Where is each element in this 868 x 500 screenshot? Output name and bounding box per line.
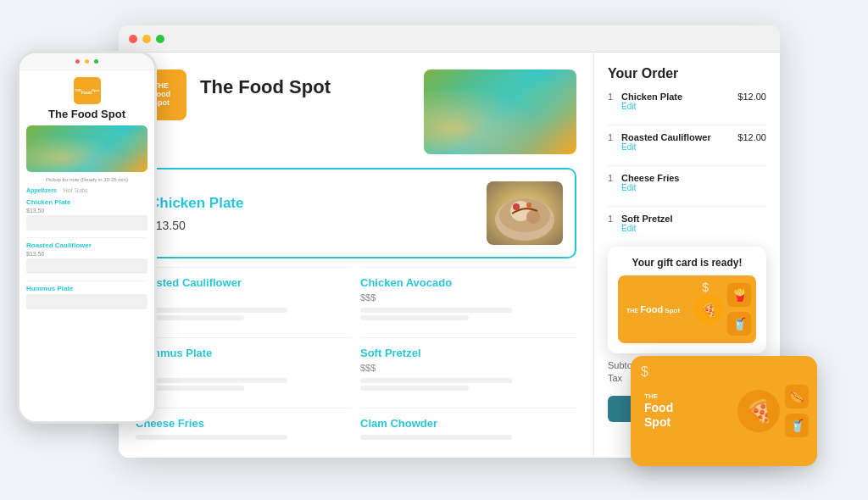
menu-section: Chicken Plate $13.50 <box>136 168 576 448</box>
order-item-1: 1 Chicken Plate Edit $12.00 <box>608 92 766 111</box>
phone-dot-yellow <box>85 59 89 64</box>
phone-menu-item-3: Hummus Plate <box>26 285 147 309</box>
featured-item[interactable]: Chicken Plate $13.50 <box>136 168 576 258</box>
phone-tab-appetizers[interactable]: Appetizers <box>26 187 57 193</box>
menu-item-bar-2 <box>360 308 512 313</box>
phone-item-name-2: Roasted Cauliflower <box>26 242 147 249</box>
phone-item-image-1 <box>26 215 147 231</box>
gift-card-floating: $ THE Food Spot 🍕 🌭 🥤 <box>631 356 817 466</box>
phone-menu-item-2: Roasted Cauliflower $13.50 <box>26 242 147 274</box>
menu-item-bar-1 <box>136 308 287 313</box>
hero-image <box>424 69 576 154</box>
menu-item-price-1: $$$ <box>136 292 352 303</box>
phone-hero-image <box>26 125 147 172</box>
order-edit-4[interactable]: Edit <box>621 224 766 233</box>
menu-item-bar-5 <box>136 435 287 440</box>
order-item-details-3: Cheese Fries Edit <box>621 173 766 192</box>
pizza-icon: 🍕 <box>693 294 724 325</box>
menu-item-bar2-4 <box>360 386 469 391</box>
phone-tab-hot-subs[interactable]: Hot Subs <box>64 187 88 193</box>
gc-dollar-icon: $ <box>641 364 648 380</box>
menu-item-price-4: $$$ <box>360 363 576 373</box>
menu-item-price-3: $$$ <box>136 363 352 373</box>
phone-body: THEFoodSpot The Food Spot Pickup for now… <box>19 70 154 421</box>
phone-item-image-3 <box>26 294 147 309</box>
phone-item-name-3: Hummus Plate <box>26 285 147 292</box>
gift-card-visual: $ THE Food Spot 🍕 🍟 🥤 <box>618 275 756 343</box>
drink-icon: 🥤 <box>727 312 751 336</box>
featured-item-image <box>487 181 563 245</box>
browser-dot-yellow <box>142 35 151 43</box>
menu-item-clam-chowder[interactable]: Clam Chowder <box>360 408 576 448</box>
phone-restaurant-name: The Food Spot <box>26 108 147 120</box>
order-qty-2: 1 <box>608 132 618 142</box>
order-item-name-3: Cheese Fries <box>621 173 766 183</box>
order-qty-4: 1 <box>608 214 618 224</box>
menu-item-hummus-plate[interactable]: Hummus Plate $$$ <box>136 337 352 399</box>
phone-pickup-text: Pickup for now (Ready in 20-25 min) <box>26 177 147 182</box>
menu-item-name-1: Roasted Cauliflower <box>136 276 352 289</box>
order-qty-3: 1 <box>608 173 618 183</box>
gift-card-popup: Your gift card is ready! $ THE Food Spot… <box>608 247 766 353</box>
tax-label: Tax <box>608 373 622 383</box>
order-divider-1 <box>608 125 766 125</box>
order-item-details-2: Roasted Cauliflower Edit <box>621 132 734 152</box>
phone-menu-item-1: Chicken Plate $13.50 <box>26 198 147 231</box>
browser-dot-red <box>129 35 137 43</box>
order-item-details-4: Soft Pretzel Edit <box>621 214 766 233</box>
phone-tabs: Appetizers Hot Subs <box>26 187 147 193</box>
order-item-price-1: $12.00 <box>737 92 766 102</box>
phone-dot-green <box>94 59 98 64</box>
order-item-2: 1 Roasted Cauliflower Edit $12.00 <box>608 132 766 152</box>
food-icons-stack: 🍟 🥤 <box>727 283 751 336</box>
hot-dog-icon: 🌭 <box>785 385 809 408</box>
featured-item-name: Chicken Plate <box>149 195 476 212</box>
fries-icon: 🍟 <box>727 283 751 307</box>
svg-point-4 <box>513 203 520 210</box>
phone-item-name-1: Chicken Plate <box>26 198 147 206</box>
cup-icon: 🥤 <box>785 414 809 437</box>
order-edit-2[interactable]: Edit <box>621 142 734 152</box>
menu-item-name-3: Hummus Plate <box>136 347 352 359</box>
order-item-name-1: Chicken Plate <box>621 92 734 102</box>
order-divider-2 <box>608 165 766 166</box>
mobile-phone: THEFoodSpot The Food Spot Pickup for now… <box>17 51 157 424</box>
menu-item-cheese-fries[interactable]: Cheese Fries <box>136 408 352 448</box>
restaurant-name: The Food Spot <box>200 76 410 98</box>
menu-item-bar-3 <box>136 378 287 383</box>
order-edit-1[interactable]: Edit <box>621 102 734 111</box>
order-item-price-2: $12.00 <box>737 132 766 142</box>
menu-item-chicken-avocado[interactable]: Chicken Avocado $$$ <box>360 267 576 329</box>
menu-item-bar2-2 <box>360 315 469 320</box>
phone-item-price-1: $13.50 <box>26 208 147 214</box>
menu-item-bar-4 <box>360 378 512 383</box>
order-edit-3[interactable]: Edit <box>621 183 766 192</box>
phone-chrome <box>19 53 154 70</box>
menu-item-bar-6 <box>360 435 512 440</box>
gc-stack-icons: 🌭 🥤 <box>785 385 809 437</box>
menu-item-soft-pretzel[interactable]: Soft Pretzel $$$ <box>360 337 576 399</box>
phone-divider-2 <box>26 281 147 281</box>
menu-item-price-2: $$$ <box>360 292 576 303</box>
svg-point-5 <box>526 203 531 208</box>
svg-point-3 <box>526 210 540 224</box>
browser-chrome <box>119 25 780 53</box>
featured-item-info: Chicken Plate $13.50 <box>149 195 476 232</box>
order-qty-1: 1 <box>608 92 618 102</box>
browser-dot-green <box>156 35 164 43</box>
order-item-3: 1 Cheese Fries Edit <box>608 173 766 192</box>
menu-item-name-2: Chicken Avocado <box>360 276 576 289</box>
order-item-name-2: Roasted Cauliflower <box>621 132 734 142</box>
gift-card-floating-deco: 🍕 🌭 🥤 <box>715 356 817 466</box>
restaurant-header: THEFoodSpot The Food Spot <box>136 69 576 154</box>
menu-item-name-5: Cheese Fries <box>136 417 352 430</box>
pizza-icon-large: 🍕 <box>737 390 780 432</box>
phone-divider-1 <box>26 237 147 238</box>
phone-item-image-2 <box>26 258 147 274</box>
phone-logo: THEFoodSpot <box>74 77 101 104</box>
order-item-details-1: Chicken Plate Edit <box>621 92 734 111</box>
phone-dot-red <box>75 59 80 64</box>
featured-item-price: $13.50 <box>149 219 476 232</box>
phone-item-price-2: $13.50 <box>26 251 147 257</box>
menu-item-roasted-cauliflower[interactable]: Roasted Cauliflower $$$ <box>136 267 352 329</box>
